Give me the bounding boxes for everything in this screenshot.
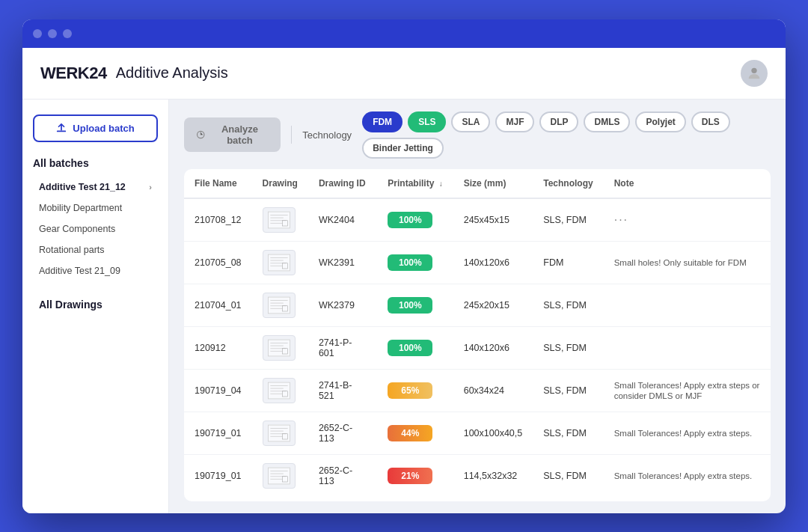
sidebar: Upload batch All batches Additive Test 2…: [22, 100, 169, 513]
cell-file-name: 210704_01: [184, 284, 252, 326]
table-row: 190719_01 2652-C-113 21% 114,5x32x32 SLS…: [184, 454, 771, 497]
cell-drawing-id: 2652-C-113: [308, 412, 377, 454]
note-text: Small Tolerances! Apply extra steps.: [614, 429, 753, 438]
cell-drawing-id: WK2404: [308, 198, 377, 242]
cell-note: Small holes! Only suitable for FDM: [604, 241, 771, 284]
svg-rect-32: [268, 425, 290, 441]
table-row: 210705_08 WK2391 100% 140x120x6 FDM Smal…: [184, 241, 771, 284]
cell-printability: 100%: [377, 241, 453, 284]
batch-label: Rotational parts: [39, 245, 105, 255]
col-drawing-id: Drawing ID: [308, 169, 377, 198]
header-left: WERK24 Additive Analysis: [40, 64, 228, 83]
app-layout: Upload batch All batches Additive Test 2…: [22, 100, 786, 513]
cell-drawing: [252, 369, 308, 412]
title-bar: [22, 19, 786, 48]
title-dot-3: [63, 29, 72, 38]
cell-note: Small Tolerances! Apply extra steps or c…: [604, 369, 771, 412]
batch-list: Additive Test 21_12›Mobility DepartmentG…: [33, 177, 158, 281]
cell-drawing-id: 2741-P-601: [308, 326, 377, 369]
cell-size: 114,5x32x32: [453, 454, 533, 497]
svg-rect-20: [268, 340, 290, 356]
sort-icon: ↓: [439, 180, 443, 188]
col-printability[interactable]: Printability ↓: [377, 169, 453, 198]
all-batches-title: All batches: [33, 157, 158, 169]
cell-technology: SLS, FDM: [533, 198, 603, 242]
app-title: Additive Analysis: [116, 64, 228, 82]
svg-point-0: [751, 67, 756, 73]
printability-badge: 21%: [388, 468, 432, 484]
upload-icon: [56, 123, 67, 133]
data-table-container: File Name Drawing Drawing ID Printabilit…: [184, 169, 771, 501]
cell-file-name: 190719_01: [184, 454, 252, 497]
cell-file-name: 210705_08: [184, 241, 252, 284]
cell-size: 140x120x6: [453, 241, 533, 284]
avatar-icon: [746, 65, 762, 82]
col-size: Size (mm): [453, 169, 533, 198]
cell-drawing: [252, 198, 308, 242]
drawing-thumbnail: [263, 293, 296, 318]
cell-technology: SLS, FDM: [533, 284, 603, 326]
svg-rect-2: [268, 212, 290, 228]
sidebar-item-gear-components[interactable]: Gear Components: [33, 218, 158, 239]
technology-chips: FDMSLSSLAMJFDLPDMLSPolyjetDLSBinder Jett…: [362, 111, 771, 159]
note-text: Small Tolerances! Apply extra steps or c…: [614, 381, 760, 400]
chip-dmls[interactable]: DMLS: [584, 111, 630, 132]
technology-label: Technology: [302, 129, 352, 141]
chip-polyjet[interactable]: Polyjet: [635, 111, 685, 132]
chip-dlp[interactable]: DLP: [539, 111, 578, 132]
analyze-icon: [196, 129, 205, 140]
note-text: Small Tolerances! Apply extra steps.: [614, 471, 753, 480]
table-row: 190719_04 2741-B-521 65% 60x34x24 SLS, F…: [184, 369, 771, 412]
cell-drawing-id: 2741-B-521: [308, 369, 377, 412]
cell-drawing: [252, 412, 308, 454]
chip-fdm[interactable]: FDM: [362, 111, 403, 132]
cell-size: 140x120x6: [453, 326, 533, 369]
drawing-thumbnail: [263, 463, 296, 489]
chip-binder-jetting[interactable]: Binder Jetting: [362, 138, 444, 159]
analyze-label: Analyze batch: [210, 123, 269, 146]
chip-sls[interactable]: SLS: [408, 111, 446, 132]
cell-printability: 100%: [377, 198, 453, 242]
cell-size: 100x100x40,5: [453, 412, 533, 454]
cell-drawing: [252, 284, 308, 326]
cell-file-name: 210708_12: [184, 198, 252, 242]
cell-technology: SLS, FDM: [533, 454, 603, 497]
table-body: 210708_12 WK2404 100% 245x45x15 SLS, FDM…: [184, 198, 771, 497]
drawing-thumbnail: [263, 335, 296, 361]
all-drawings-link[interactable]: All Drawings: [33, 293, 158, 316]
drawing-thumbnail: [263, 207, 296, 233]
toolbar: Analyze batch Technology FDMSLSSLAMJFDLP…: [184, 111, 771, 159]
sidebar-item-additive-test-21-12[interactable]: Additive Test 21_12›: [33, 177, 158, 198]
more-button[interactable]: ···: [614, 213, 628, 227]
cell-printability: 44%: [377, 412, 453, 454]
title-dot-2: [48, 29, 57, 38]
chevron-icon: ›: [149, 183, 152, 192]
toolbar-divider: [291, 126, 292, 144]
table-row: 120912 2741-P-601 100% 140x120x6 SLS, FD…: [184, 326, 771, 369]
cell-drawing-id: 2652-C-113: [308, 454, 377, 497]
sidebar-item-mobility-department[interactable]: Mobility Department: [33, 198, 158, 218]
cell-printability: 100%: [377, 284, 453, 326]
cell-drawing: [252, 326, 308, 369]
chip-dls[interactable]: DLS: [691, 111, 730, 132]
drawing-thumbnail: [263, 378, 296, 403]
app-window: WERK24 Additive Analysis Upload batch Al…: [22, 19, 786, 513]
col-note: Note: [604, 169, 771, 198]
cell-size: 245x20x15: [453, 284, 533, 326]
cell-printability: 65%: [377, 369, 453, 412]
app-logo: WERK24: [40, 64, 107, 83]
chip-mjf[interactable]: MJF: [495, 111, 534, 132]
sidebar-item-additive-test-21-09[interactable]: Additive Test 21_09: [33, 260, 158, 281]
cell-note: Small Tolerances! Apply extra steps.: [604, 412, 771, 454]
upload-batch-button[interactable]: Upload batch: [33, 114, 158, 142]
analyze-batch-button[interactable]: Analyze batch: [184, 117, 281, 152]
chip-sla[interactable]: SLA: [451, 111, 490, 132]
printability-badge: 100%: [388, 297, 432, 314]
printability-badge: 100%: [388, 340, 432, 356]
table-row: 210704_01 WK2379 100% 245x20x15 SLS, FDM: [184, 284, 771, 326]
col-drawing: Drawing: [252, 169, 308, 198]
upload-label: Upload batch: [73, 123, 134, 134]
cell-technology: FDM: [533, 241, 603, 284]
user-avatar[interactable]: [741, 60, 768, 87]
sidebar-item-rotational-parts[interactable]: Rotational parts: [33, 239, 158, 260]
